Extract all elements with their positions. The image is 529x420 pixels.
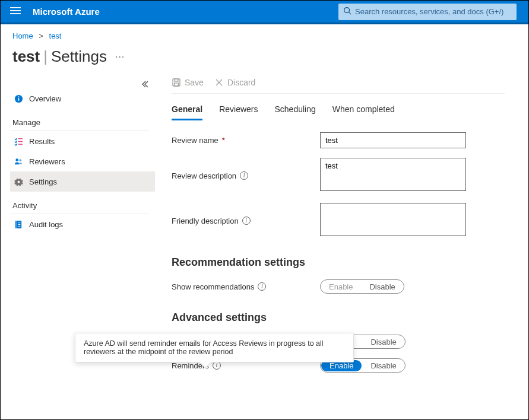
- tab-bar: General Reviewers Scheduling When comple…: [172, 104, 505, 120]
- sidebar-item-label: Results: [29, 137, 55, 146]
- sidebar-item-label: Overview: [29, 94, 61, 103]
- show-recommendations-toggle[interactable]: Enable Disable: [320, 279, 404, 294]
- svg-rect-21: [175, 83, 179, 86]
- toggle-disable-option[interactable]: Disable: [362, 336, 404, 348]
- toggle-enable-option[interactable]: Enable: [321, 281, 361, 292]
- reminders-info-tooltip: Azure AD will send reminder emails for A…: [75, 333, 354, 362]
- svg-rect-0: [10, 7, 21, 8]
- svg-line-4: [349, 12, 351, 14]
- toggle-disable-option[interactable]: Disable: [362, 360, 404, 371]
- info-circle-icon: [14, 94, 23, 103]
- show-recommendations-label: Show recommendations i: [172, 279, 320, 294]
- review-description-label: Review description i: [172, 158, 320, 193]
- global-search-input[interactable]: [351, 7, 512, 16]
- svg-rect-15: [16, 220, 17, 228]
- people-icon: [14, 157, 23, 166]
- tab-scheduling[interactable]: Scheduling: [275, 104, 316, 120]
- section-recommendation-heading: Recommendation settings: [172, 256, 505, 269]
- search-icon: [343, 7, 351, 17]
- friendly-description-textarea[interactable]: [320, 203, 466, 236]
- sidebar-item-overview[interactable]: Overview: [10, 88, 155, 109]
- brand-label: Microsoft Azure: [30, 7, 100, 17]
- page-title: Settings: [51, 47, 107, 66]
- toggle-disable-option[interactable]: Disable: [361, 281, 403, 292]
- collapse-sidebar-icon[interactable]: [141, 80, 149, 91]
- sidebar-item-reviewers[interactable]: Reviewers: [10, 151, 155, 171]
- top-bar: Microsoft Azure: [1, 1, 528, 24]
- info-icon[interactable]: i: [240, 171, 248, 180]
- svg-point-11: [15, 158, 18, 161]
- svg-point-7: [18, 96, 19, 97]
- checklist-icon: [14, 136, 23, 146]
- svg-rect-6: [18, 98, 19, 101]
- page-entity-name: test: [12, 47, 40, 66]
- svg-rect-1: [10, 10, 21, 11]
- review-name-input[interactable]: [320, 132, 466, 148]
- svg-point-3: [344, 7, 350, 12]
- sidebar-item-label: Audit logs: [29, 220, 63, 229]
- main-content: Save Discard General Reviewers Schedulin…: [155, 72, 528, 382]
- command-bar: Save Discard: [172, 78, 505, 94]
- gear-icon: [14, 177, 23, 186]
- breadcrumb-home[interactable]: Home: [12, 31, 33, 40]
- sidebar-section-manage: Manage: [10, 112, 149, 131]
- sidebar-item-label: Settings: [29, 177, 57, 186]
- svg-rect-2: [10, 13, 21, 14]
- sidebar-item-results[interactable]: Results: [10, 131, 155, 151]
- svg-rect-19: [173, 79, 180, 86]
- page-header: test | Settings ···: [1, 44, 528, 72]
- info-icon[interactable]: i: [258, 282, 266, 291]
- svg-rect-20: [175, 79, 178, 81]
- review-description-textarea[interactable]: [320, 158, 466, 191]
- more-actions-button[interactable]: ···: [115, 52, 125, 62]
- discard-button[interactable]: Discard: [214, 78, 255, 87]
- sidebar-item-audit-logs[interactable]: Audit logs: [10, 214, 155, 234]
- review-name-label: Review name*: [172, 132, 320, 148]
- chevron-right-icon: >: [35, 31, 47, 40]
- tab-reviewers[interactable]: Reviewers: [219, 104, 258, 120]
- sidebar-item-label: Reviewers: [29, 157, 65, 166]
- info-icon[interactable]: i: [213, 361, 221, 370]
- info-icon[interactable]: i: [242, 217, 251, 225]
- svg-point-12: [19, 159, 21, 161]
- sidebar-section-activity: Activity: [10, 195, 149, 214]
- tab-when-completed[interactable]: When completed: [332, 104, 395, 120]
- tab-general[interactable]: General: [172, 104, 202, 120]
- hamburger-menu-icon[interactable]: [1, 5, 30, 18]
- sidebar-item-settings[interactable]: Settings: [10, 171, 155, 192]
- log-book-icon: [14, 219, 23, 229]
- breadcrumb: Home > test: [1, 24, 528, 44]
- section-advanced-heading: Advanced settings: [172, 311, 505, 324]
- global-search[interactable]: [338, 4, 517, 20]
- friendly-description-label: Friendly description i: [172, 203, 320, 238]
- svg-point-13: [17, 180, 20, 183]
- save-button[interactable]: Save: [172, 78, 204, 87]
- breadcrumb-current[interactable]: test: [49, 31, 62, 40]
